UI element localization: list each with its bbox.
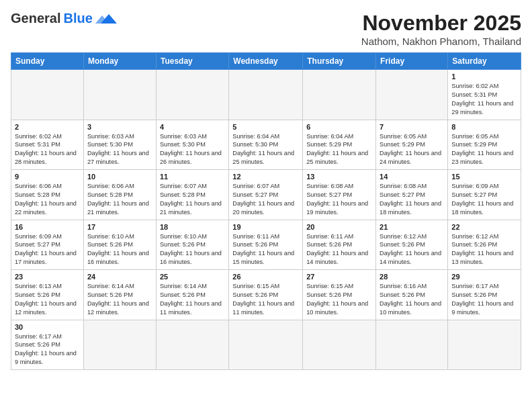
cell-sun-info: Sunrise: 6:16 AMSunset: 5:26 PMDaylight:… xyxy=(380,282,444,317)
weekday-header-sunday: Sunday xyxy=(11,53,84,70)
calendar-cell xyxy=(376,320,448,370)
day-number: 7 xyxy=(380,123,444,131)
calendar-cell: 2Sunrise: 6:02 AMSunset: 5:31 PMDaylight… xyxy=(11,120,84,170)
calendar-cell: 14Sunrise: 6:08 AMSunset: 5:27 PMDayligh… xyxy=(376,170,448,220)
calendar-cell: 19Sunrise: 6:11 AMSunset: 5:26 PMDayligh… xyxy=(229,220,303,270)
cell-sun-info: Sunrise: 6:12 AMSunset: 5:26 PMDaylight:… xyxy=(380,232,444,267)
day-number: 18 xyxy=(160,223,225,231)
cell-sun-info: Sunrise: 6:12 AMSunset: 5:26 PMDaylight:… xyxy=(451,232,517,267)
weekday-header-friday: Friday xyxy=(376,53,448,70)
calendar-cell: 29Sunrise: 6:17 AMSunset: 5:26 PMDayligh… xyxy=(448,270,521,320)
cell-sun-info: Sunrise: 6:14 AMSunset: 5:26 PMDaylight:… xyxy=(87,282,152,317)
day-number: 29 xyxy=(451,273,517,281)
logo-general: General xyxy=(11,11,60,26)
calendar-cell: 4Sunrise: 6:03 AMSunset: 5:30 PMDaylight… xyxy=(156,120,228,170)
calendar-cell: 27Sunrise: 6:15 AMSunset: 5:26 PMDayligh… xyxy=(303,270,376,320)
day-number: 15 xyxy=(451,173,517,181)
calendar-week-row: 9Sunrise: 6:06 AMSunset: 5:28 PMDaylight… xyxy=(11,170,521,220)
cell-sun-info: Sunrise: 6:04 AMSunset: 5:29 PMDaylight:… xyxy=(306,132,372,167)
day-number: 20 xyxy=(306,223,372,231)
title-area: November 2025 Nathom, Nakhon Phanom, Tha… xyxy=(361,11,521,47)
day-number: 13 xyxy=(306,173,372,181)
month-title: November 2025 xyxy=(361,11,521,36)
calendar-cell: 21Sunrise: 6:12 AMSunset: 5:26 PMDayligh… xyxy=(376,220,448,270)
calendar-cell: 24Sunrise: 6:14 AMSunset: 5:26 PMDayligh… xyxy=(83,270,156,320)
cell-sun-info: Sunrise: 6:07 AMSunset: 5:27 PMDaylight:… xyxy=(232,182,299,217)
day-number: 16 xyxy=(15,223,80,231)
cell-sun-info: Sunrise: 6:06 AMSunset: 5:28 PMDaylight:… xyxy=(87,182,152,217)
logo-blue: Blue xyxy=(63,11,92,26)
cell-sun-info: Sunrise: 6:08 AMSunset: 5:27 PMDaylight:… xyxy=(380,182,444,217)
calendar-cell xyxy=(303,70,376,120)
day-number: 17 xyxy=(87,223,152,231)
cell-sun-info: Sunrise: 6:05 AMSunset: 5:29 PMDaylight:… xyxy=(451,132,517,167)
day-number: 30 xyxy=(15,323,80,331)
cell-sun-info: Sunrise: 6:06 AMSunset: 5:28 PMDaylight:… xyxy=(15,182,80,217)
cell-sun-info: Sunrise: 6:10 AMSunset: 5:26 PMDaylight:… xyxy=(160,232,225,267)
calendar-cell: 17Sunrise: 6:10 AMSunset: 5:26 PMDayligh… xyxy=(83,220,156,270)
weekday-header-row: SundayMondayTuesdayWednesdayThursdayFrid… xyxy=(11,53,521,70)
day-number: 24 xyxy=(87,273,152,281)
weekday-header-thursday: Thursday xyxy=(303,53,376,70)
calendar-cell xyxy=(229,320,303,370)
day-number: 21 xyxy=(380,223,444,231)
calendar-week-row: 23Sunrise: 6:13 AMSunset: 5:26 PMDayligh… xyxy=(11,270,521,320)
calendar-week-row: 2Sunrise: 6:02 AMSunset: 5:31 PMDaylight… xyxy=(11,120,521,170)
calendar-cell: 23Sunrise: 6:13 AMSunset: 5:26 PMDayligh… xyxy=(11,270,84,320)
weekday-header-saturday: Saturday xyxy=(448,53,521,70)
logo: General Blue xyxy=(11,11,117,26)
page-header: General Blue November 2025 Nathom, Nakho… xyxy=(11,11,521,47)
calendar-cell xyxy=(11,70,84,120)
day-number: 28 xyxy=(380,273,444,281)
calendar-cell: 13Sunrise: 6:08 AMSunset: 5:27 PMDayligh… xyxy=(303,170,376,220)
day-number: 5 xyxy=(232,123,299,131)
day-number: 19 xyxy=(232,223,299,231)
calendar-cell: 25Sunrise: 6:14 AMSunset: 5:26 PMDayligh… xyxy=(156,270,228,320)
cell-sun-info: Sunrise: 6:17 AMSunset: 5:26 PMDaylight:… xyxy=(451,282,517,317)
calendar-week-row: 1Sunrise: 6:02 AMSunset: 5:31 PMDaylight… xyxy=(11,70,521,120)
cell-sun-info: Sunrise: 6:11 AMSunset: 5:26 PMDaylight:… xyxy=(232,232,299,267)
day-number: 25 xyxy=(160,273,225,281)
calendar-week-row: 30Sunrise: 6:17 AMSunset: 5:26 PMDayligh… xyxy=(11,320,521,370)
day-number: 10 xyxy=(87,173,152,181)
calendar-cell: 18Sunrise: 6:10 AMSunset: 5:26 PMDayligh… xyxy=(156,220,228,270)
day-number: 3 xyxy=(87,123,152,131)
calendar-cell: 3Sunrise: 6:03 AMSunset: 5:30 PMDaylight… xyxy=(83,120,156,170)
calendar-cell xyxy=(83,70,156,120)
day-number: 1 xyxy=(451,73,517,81)
cell-sun-info: Sunrise: 6:10 AMSunset: 5:26 PMDaylight:… xyxy=(87,232,152,267)
calendar-cell: 10Sunrise: 6:06 AMSunset: 5:28 PMDayligh… xyxy=(83,170,156,220)
cell-sun-info: Sunrise: 6:13 AMSunset: 5:26 PMDaylight:… xyxy=(15,282,80,317)
calendar-week-row: 16Sunrise: 6:09 AMSunset: 5:27 PMDayligh… xyxy=(11,220,521,270)
calendar-cell xyxy=(303,320,376,370)
day-number: 6 xyxy=(306,123,372,131)
day-number: 8 xyxy=(451,123,517,131)
calendar-cell: 20Sunrise: 6:11 AMSunset: 5:26 PMDayligh… xyxy=(303,220,376,270)
day-number: 4 xyxy=(160,123,225,131)
calendar-cell xyxy=(83,320,156,370)
weekday-header-monday: Monday xyxy=(83,53,156,70)
calendar-table: SundayMondayTuesdayWednesdayThursdayFrid… xyxy=(11,52,521,370)
cell-sun-info: Sunrise: 6:03 AMSunset: 5:30 PMDaylight:… xyxy=(87,132,152,167)
cell-sun-info: Sunrise: 6:15 AMSunset: 5:26 PMDaylight:… xyxy=(232,282,299,317)
calendar-cell xyxy=(376,70,448,120)
day-number: 14 xyxy=(380,173,444,181)
cell-sun-info: Sunrise: 6:05 AMSunset: 5:29 PMDaylight:… xyxy=(380,132,444,167)
calendar-cell: 7Sunrise: 6:05 AMSunset: 5:29 PMDaylight… xyxy=(376,120,448,170)
calendar-cell: 26Sunrise: 6:15 AMSunset: 5:26 PMDayligh… xyxy=(229,270,303,320)
day-number: 27 xyxy=(306,273,372,281)
cell-sun-info: Sunrise: 6:15 AMSunset: 5:26 PMDaylight:… xyxy=(306,282,372,317)
calendar-cell: 9Sunrise: 6:06 AMSunset: 5:28 PMDaylight… xyxy=(11,170,84,220)
cell-sun-info: Sunrise: 6:02 AMSunset: 5:31 PMDaylight:… xyxy=(15,132,80,167)
day-number: 22 xyxy=(451,223,517,231)
calendar-cell: 16Sunrise: 6:09 AMSunset: 5:27 PMDayligh… xyxy=(11,220,84,270)
calendar-cell: 12Sunrise: 6:07 AMSunset: 5:27 PMDayligh… xyxy=(229,170,303,220)
day-number: 23 xyxy=(15,273,80,281)
weekday-header-tuesday: Tuesday xyxy=(156,53,228,70)
calendar-cell xyxy=(448,320,521,370)
cell-sun-info: Sunrise: 6:09 AMSunset: 5:27 PMDaylight:… xyxy=(15,232,80,267)
cell-sun-info: Sunrise: 6:09 AMSunset: 5:27 PMDaylight:… xyxy=(451,182,517,217)
calendar-cell: 28Sunrise: 6:16 AMSunset: 5:26 PMDayligh… xyxy=(376,270,448,320)
calendar-cell: 8Sunrise: 6:05 AMSunset: 5:29 PMDaylight… xyxy=(448,120,521,170)
calendar-cell xyxy=(229,70,303,120)
